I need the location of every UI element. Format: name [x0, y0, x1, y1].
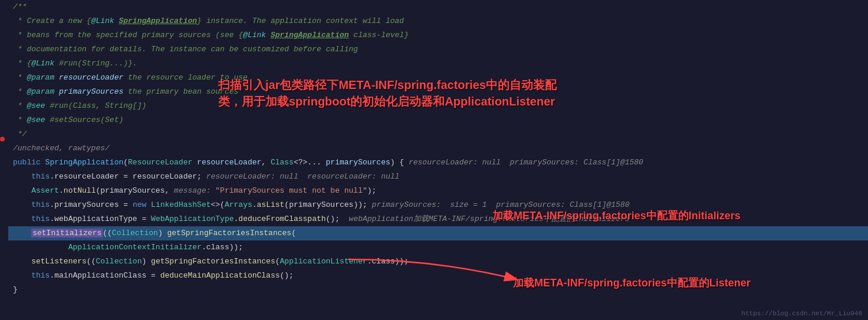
code-line-resource-loader: this.resourceLoader = resourceLoader; re…	[8, 170, 868, 184]
line-content-10: */	[8, 128, 868, 141]
code-line-primary-sources: this.primarySources = new LinkedHashSet<…	[8, 198, 868, 212]
code-line-webapp-type: this.webApplicationType = WebApplication…	[8, 212, 868, 226]
code-editor: /** * Create a new {@Link SpringApplicat…	[0, 0, 868, 320]
line-content-resource-loader: this.resourceLoader = resourceLoader; re…	[8, 170, 868, 183]
line-content-assert: Assert.notNull(primarySources, message: …	[8, 184, 868, 197]
code-line-10: */	[8, 127, 868, 141]
line-content-set-listeners: setListeners((Collection) getSpringFacto…	[8, 255, 868, 268]
code-line-app-context-init: ApplicationContextInitializer.class));	[8, 240, 868, 255]
line-content-constructor: public SpringApplication(ResourceLoader …	[8, 156, 868, 169]
code-line-7: * @param primarySources the primary bean…	[8, 85, 868, 99]
line-content-8: * @see #run(Class, String[])	[8, 100, 868, 113]
breakpoint-indicator	[0, 137, 5, 141]
line-content-5: * {@Link #run(String...)}.	[8, 57, 868, 70]
line-content-7: * @param primarySources the primary bean…	[8, 85, 868, 98]
line-content-pragma: /unchecked, rawtypes/	[8, 142, 868, 155]
code-line-main-class: this.mainApplicationClass = deduceMainAp…	[8, 269, 868, 283]
code-line-6: * @param resourceLoader the resource loa…	[8, 71, 868, 85]
line-content-3: * beans from the specified primary sourc…	[8, 29, 868, 42]
line-content-6: * @param resourceLoader the resource loa…	[8, 71, 868, 84]
code-line-pragma: /unchecked, rawtypes/	[8, 141, 868, 156]
code-line-8: * @see #run(Class, String[])	[8, 99, 868, 113]
footer-url: https://blog.csdn.net/Mr_Liu946	[741, 310, 862, 317]
code-line-constructor: public SpringApplication(ResourceLoader …	[8, 156, 868, 170]
line-content-set-initializers: setInitializers((Collection) getSpringFa…	[8, 227, 868, 240]
code-line-4: * documentation for details. The instanc…	[8, 42, 868, 57]
code-line-2: * Create a new {@Link SpringApplication}…	[8, 14, 868, 28]
code-line-5: * {@Link #run(String...)}.	[8, 57, 868, 71]
code-line-close-brace: }	[8, 283, 868, 297]
line-content-9: * @see #setSources(Set)	[8, 114, 868, 127]
line-content-app-context-init: ApplicationContextInitializer.class));	[8, 241, 868, 254]
code-line-9: * @see #setSources(Set)	[8, 113, 868, 127]
line-content-4: * documentation for details. The instanc…	[8, 43, 868, 56]
code-line-3: * beans from the specified primary sourc…	[8, 28, 868, 42]
code-line-assert: Assert.notNull(primarySources, message: …	[8, 184, 868, 198]
line-content-2: * Create a new {@Link SpringApplication}…	[8, 15, 868, 28]
line-content-1: /**	[8, 1, 868, 14]
line-content-close-brace: }	[8, 283, 868, 296]
code-line-set-initializers: setInitializers((Collection) getSpringFa…	[8, 226, 868, 240]
line-content-main-class: this.mainApplicationClass = deduceMainAp…	[8, 269, 868, 282]
code-line-1: /**	[8, 0, 868, 14]
left-margin	[0, 0, 5, 320]
line-content-webapp-type: this.webApplicationType = WebApplication…	[8, 213, 868, 226]
line-content-primary-sources: this.primarySources = new LinkedHashSet<…	[8, 199, 868, 212]
code-line-set-listeners: setListeners((Collection) getSpringFacto…	[8, 255, 868, 269]
